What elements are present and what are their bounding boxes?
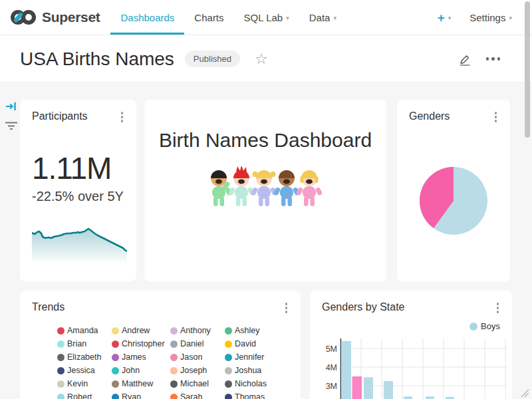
legend-item-ashley[interactable]: Ashley (225, 326, 289, 335)
legend-item-john[interactable]: John (112, 366, 170, 375)
resize-handle[interactable] (519, 387, 529, 398)
legend-item-robert[interactable]: Robert (57, 392, 112, 399)
card-headline: Birth Names Dashboard (144, 100, 386, 281)
filter-icon (5, 121, 18, 130)
legend-item-elizabeth[interactable]: Elizabeth (57, 352, 112, 362)
card-title: Genders by State (322, 301, 405, 313)
legend-item-daniel[interactable]: Daniel (170, 339, 225, 348)
chevron-down-icon: ▾ (448, 15, 452, 21)
page-title: USA Births Names (20, 49, 174, 70)
nav-item-charts[interactable]: Charts (184, 0, 233, 35)
expand-filter-bar-button[interactable] (5, 101, 17, 114)
legend-item-kevin[interactable]: Kevin (57, 379, 112, 388)
published-badge[interactable]: Published (185, 51, 240, 67)
infinity-logo-icon (11, 9, 36, 26)
legend-item-thomas[interactable]: Thomas (225, 392, 289, 399)
svg-text:3M: 3M (326, 382, 337, 391)
svg-text:4M: 4M (326, 363, 337, 372)
legend-item-christopher[interactable]: Christopher (112, 339, 170, 348)
legend-item-anthony[interactable]: Anthony (170, 326, 225, 335)
card-menu-icon[interactable] (118, 110, 126, 124)
headline-title: Birth Names Dashboard (144, 129, 386, 152)
legend-item-david[interactable]: David (225, 339, 289, 348)
dashboard-header: USA Births Names Published ☆ (0, 35, 532, 83)
plus-icon: + (438, 11, 445, 24)
legend-item-jessica[interactable]: Jessica (57, 366, 112, 375)
legend-item-brian[interactable]: Brian (57, 339, 112, 348)
new-button[interactable]: + ▾ (438, 11, 452, 24)
top-nav: Superset DashboardsChartsSQL Lab▾Data▾ +… (0, 0, 532, 35)
legend-item-matthew[interactable]: Matthew (112, 379, 170, 388)
card-genders: Genders (397, 100, 510, 281)
big-number-subheader: -22.5% over 5Y (32, 189, 124, 204)
legend-item-andrew[interactable]: Andrew (112, 326, 170, 335)
expand-arrow-icon (5, 101, 17, 112)
chevron-down-icon: ▾ (509, 15, 512, 21)
nav-item-dashboards[interactable]: Dashboards (110, 0, 184, 35)
children-illustration (207, 166, 324, 209)
more-actions-icon[interactable] (485, 55, 502, 63)
legend-item-michael[interactable]: Michael (170, 379, 225, 388)
brand-name: Superset (42, 9, 100, 25)
legend-item-james[interactable]: James (112, 352, 170, 362)
card-title: Genders (409, 110, 450, 122)
boys-legend-label: Boys (481, 321, 500, 331)
card-genders-by-state: Genders by State Boys 5M4M3M (310, 291, 512, 399)
card-participants: Participants 1.11M -22.5% over 5Y (20, 100, 136, 281)
legend-item-jennifer[interactable]: Jennifer (225, 352, 289, 362)
genders-pie-chart[interactable] (419, 166, 488, 235)
legend-item-ryan[interactable]: Ryan (112, 392, 170, 399)
big-number-value: 1.11M (32, 150, 111, 186)
genders-by-state-bar-chart[interactable]: 5M4M3M (319, 337, 512, 399)
nav-menu: DashboardsChartsSQL Lab▾Data▾ (110, 0, 346, 35)
card-menu-icon[interactable] (492, 110, 500, 124)
legend-item-joseph[interactable]: Joseph (170, 366, 225, 375)
legend-item-amanda[interactable]: Amanda (57, 326, 112, 335)
svg-text:5M: 5M (326, 344, 337, 354)
card-menu-icon[interactable] (283, 301, 291, 315)
favorite-star-icon[interactable]: ☆ (255, 52, 268, 66)
superset-logo[interactable]: Superset (11, 0, 100, 35)
card-menu-icon[interactable] (494, 301, 502, 315)
legend-item-nicholas[interactable]: Nicholas (225, 379, 289, 388)
trends-legend: AmandaAndrewAnthonyAshleyBrianChristophe… (57, 324, 289, 399)
card-trends: Trends AmandaAndrewAnthonyAshleyBrianChr… (20, 291, 301, 399)
legend-item-sarah[interactable]: Sarah (170, 392, 225, 399)
page-scrollbar[interactable] (525, 1, 530, 138)
settings-menu[interactable]: Settings ▾ (469, 12, 512, 23)
nav-item-data[interactable]: Data▾ (299, 0, 346, 35)
legend-item-jason[interactable]: Jason (170, 352, 225, 362)
nav-item-sql-lab[interactable]: SQL Lab▾ (234, 0, 299, 35)
boys-legend-dot (469, 323, 477, 331)
card-title: Trends (32, 301, 65, 313)
filter-icon-button[interactable] (5, 121, 18, 133)
settings-label: Settings (469, 12, 505, 23)
legend-item-boys[interactable]: Boys (469, 321, 500, 331)
participants-trendline-chart[interactable] (32, 227, 127, 262)
edit-pencil-icon[interactable] (457, 51, 473, 67)
dashboard-canvas: Participants 1.11M -22.5% over 5Y Birth … (0, 84, 532, 399)
card-title: Participants (32, 110, 88, 122)
legend-item-joshua[interactable]: Joshua (225, 366, 289, 375)
